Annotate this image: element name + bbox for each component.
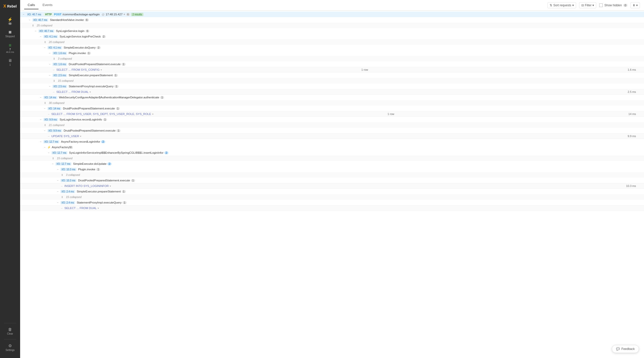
- query-insert-timing: 10.3 ms: [622, 184, 636, 187]
- toggle-slis[interactable]: −: [47, 151, 50, 154]
- query-partial-arrow[interactable]: ▾: [98, 207, 99, 210]
- websecurity-row[interactable]: − I/O: 14 ms WebSecurityConfigurerAdapte…: [20, 95, 644, 100]
- filter-button[interactable]: ⊟ Filter ▾: [579, 2, 596, 8]
- simple-executor-ps-row[interactable]: − I/O: 2.5 ms SimpleExecutor.prepareStat…: [20, 72, 644, 78]
- toggle-af[interactable]: −: [39, 140, 42, 143]
- query-dropdown-update[interactable]: ▾: [80, 135, 81, 138]
- seps2-name: SimpleExecutor.prepareStatement: [77, 190, 121, 193]
- statement-proxy-1-row[interactable]: − I/O: 2.5 ms StatementProxyImpl.execute…: [20, 84, 644, 89]
- pi2-collapsed-row[interactable]: ⇕ 3 collapsed: [20, 172, 644, 178]
- clear-button[interactable]: 🗑 Clear: [0, 325, 20, 338]
- rli-collapsed-icon: ⇕: [43, 124, 47, 127]
- query-sys-config-row[interactable]: → SELECT ... FROM SYS_CONFIG ▾ 1 row 1.6…: [20, 67, 644, 72]
- query-insert-logininfor-row[interactable]: → INSERT INTO SYS_LOGININFOR ▾ 10.3 ms: [20, 183, 644, 189]
- seps-collapsed-row[interactable]: ⇕ 15 collapsed: [20, 78, 644, 84]
- simple-executor-doupdate-row[interactable]: − I/O: 12.7 ms SimpleExecutor.doUpdate 2: [20, 161, 644, 167]
- toggle-sp1[interactable]: −: [48, 85, 51, 88]
- root-dropdown[interactable]: ▾: [124, 13, 125, 16]
- standard-host-valve-row[interactable]: − I/O: 40.7 ms StandardHostValve.invoke …: [20, 17, 644, 23]
- toggle-afi[interactable]: −: [43, 146, 46, 149]
- pi2-io-badge: I/O: 10.3 ms: [60, 168, 76, 171]
- toggle-seps[interactable]: −: [48, 74, 51, 77]
- statement-proxy-2-row[interactable]: − I/O: 2.4 ms StatementProxyImpl.execute…: [20, 200, 644, 205]
- pi2-collapsed-count: 3 collapsed: [66, 173, 80, 176]
- query-dropdown-dual1[interactable]: ▾: [90, 91, 91, 93]
- druid-execute-2-row[interactable]: − I/O: 14 ms DruidPooledPreparedStatemen…: [20, 106, 644, 111]
- sidebar-item-lightning[interactable]: ⚡ 0: [0, 15, 20, 27]
- query-dual-2-text: SELECT ... FROM DUAL: [64, 207, 97, 210]
- toggle-sls[interactable]: −: [34, 30, 37, 32]
- toggle-shv[interactable]: −: [28, 19, 31, 21]
- settings-button[interactable]: ⚙ Settings: [0, 341, 20, 354]
- query-arrow-dual1: →: [52, 91, 55, 93]
- sidebar-item-layers[interactable]: ≡ 7 46.6 ms: [0, 40, 20, 56]
- tab-events[interactable]: Events: [39, 1, 56, 9]
- login-precheck-row[interactable]: − I/O: 4.1 ms SysLoginService.loginPreCh…: [20, 34, 644, 39]
- root-http-row[interactable]: − I/O: 40.7 ms HTTP POST /commonBackstag…: [20, 12, 644, 17]
- toggle-rli[interactable]: −: [39, 118, 42, 121]
- ws-collapsed-row[interactable]: ⇕ 30 collapsed: [20, 100, 644, 106]
- af-io-badge: I/O: 12.7 ms: [43, 140, 59, 143]
- sp1-count: 1: [114, 85, 118, 88]
- sidebar-item-monitor[interactable]: 🖥 1: [0, 56, 20, 69]
- query-update-sys-user-row[interactable]: → UPDATE SYS_USER ▾ 9.9 ms: [20, 133, 644, 139]
- show-hidden-checkbox[interactable]: [599, 4, 603, 7]
- de3-count: 1: [116, 129, 120, 132]
- de1-name: DruidPooledPreparedStatement.execute: [69, 63, 121, 66]
- druid-execute-3-row[interactable]: − I/O: 9.9 ms DruidPooledPreparedStateme…: [20, 128, 644, 133]
- query-dropdown-1[interactable]: ▾: [101, 68, 102, 71]
- slis-collapsed-row[interactable]: ⇕ 15 collapsed: [20, 155, 644, 161]
- toggle-sedq[interactable]: −: [43, 46, 46, 49]
- simple-executor-ps2-row[interactable]: − I/O: 2.4 ms SimpleExecutor.prepareStat…: [20, 189, 644, 194]
- lpc-collapsed-row[interactable]: ⇕ 20 collapsed: [20, 39, 644, 45]
- show-hidden-label: Show hidden: [604, 4, 622, 7]
- toggle-de2[interactable]: −: [43, 107, 46, 110]
- rli-count: 1: [103, 118, 107, 121]
- toggle-de4[interactable]: −: [56, 179, 59, 182]
- calls-panel[interactable]: − I/O: 40.7 ms HTTP POST /commonBackstag…: [20, 11, 644, 358]
- shv-collapsed-row[interactable]: ⇕ 25 collapsed: [20, 23, 644, 28]
- simple-executor-doquery-row[interactable]: − I/O: 4.1 ms SimpleExecutor.doQuery 2: [20, 45, 644, 50]
- toggle-lpc[interactable]: −: [39, 35, 42, 38]
- druid-execute-1-row[interactable]: − I/O: 1.6 ms DruidPooledPreparedStateme…: [20, 61, 644, 67]
- query-dual-2-row[interactable]: → SELECT ... FROM DUAL ▾: [20, 205, 644, 211]
- query-arrow-insert: →: [60, 185, 63, 187]
- pi1-collapsed-row[interactable]: ⇕ 3 collapsed: [20, 56, 644, 61]
- clear-icon: 🗑: [8, 327, 12, 332]
- plugin-invoke-2-row[interactable]: − I/O: 10.3 ms Plugin.invoke 1: [20, 167, 644, 172]
- feedback-button[interactable]: 💬 Feedback: [612, 345, 639, 353]
- plugin-invoke-1-row[interactable]: − I/O: 1.6 ms Plugin.invoke 1: [20, 50, 644, 56]
- toggle-seps2[interactable]: −: [56, 190, 59, 193]
- druid-execute-4-row[interactable]: − I/O: 10.3 ms DruidPooledPreparedStatem…: [20, 178, 644, 183]
- filter-chevron: ▾: [592, 4, 594, 7]
- query-sys-user-row[interactable]: → SELECT ... FROM SYS_USER, SYS_DEPT, SY…: [20, 111, 644, 117]
- toggle-pi1[interactable]: −: [48, 52, 51, 55]
- pi1-collapsed-count: 3 collapsed: [58, 57, 72, 60]
- sidebar-lightning-count: 0: [8, 22, 12, 25]
- toggle-ws[interactable]: −: [39, 96, 42, 99]
- query-dropdown-su[interactable]: ▾: [152, 113, 153, 115]
- root-http-badge: HTTP: [44, 13, 53, 16]
- de4-io-badge: I/O: 10.3 ms: [60, 179, 76, 182]
- toggle-sp2[interactable]: −: [56, 201, 59, 204]
- query-dual-1-row[interactable]: → SELECT ... FROM DUAL ▾ 2.5 ms: [20, 89, 644, 95]
- collapse-toggle-root[interactable]: −: [22, 13, 25, 16]
- async-factory-row[interactable]: − I/O: 12.7 ms AsyncFactory.recordLoginI…: [20, 139, 644, 144]
- toggle-pi2[interactable]: −: [56, 168, 59, 171]
- rli-collapsed-row[interactable]: ⇕ 21 collapsed: [20, 122, 644, 128]
- toggle-de1[interactable]: −: [48, 63, 51, 66]
- toggle-de3[interactable]: −: [43, 129, 46, 132]
- download-button[interactable]: ⬇ ▾: [630, 2, 640, 8]
- async-factory-inner-row[interactable]: − ⚡ AsyncFactory$1: [20, 144, 644, 150]
- feedback-label: Feedback: [621, 347, 635, 351]
- toggle-sedu[interactable]: −: [51, 163, 54, 165]
- query-dropdown-insert[interactable]: ▾: [110, 185, 111, 187]
- tab-calls[interactable]: Calls: [24, 1, 38, 9]
- seps2-collapsed-row[interactable]: ⇕ 15 collapsed: [20, 194, 644, 200]
- pi2-name: Plugin.invoke: [78, 168, 95, 171]
- sys-login-infor-service-row[interactable]: − I/O: 12.7 ms SysLoginInforServiceImpl$…: [20, 150, 644, 155]
- sidebar-item-stopped[interactable]: ⏹ Stopped: [0, 27, 20, 40]
- record-login-info-row[interactable]: − I/O: 9.9 ms SysLoginService.recordLogi…: [20, 117, 644, 122]
- syslogin-service-row[interactable]: − I/O: 40.7 ms SysLoginService.login 6: [20, 28, 644, 34]
- sort-requests-button[interactable]: ⇅ Sort requests ▾: [547, 2, 576, 8]
